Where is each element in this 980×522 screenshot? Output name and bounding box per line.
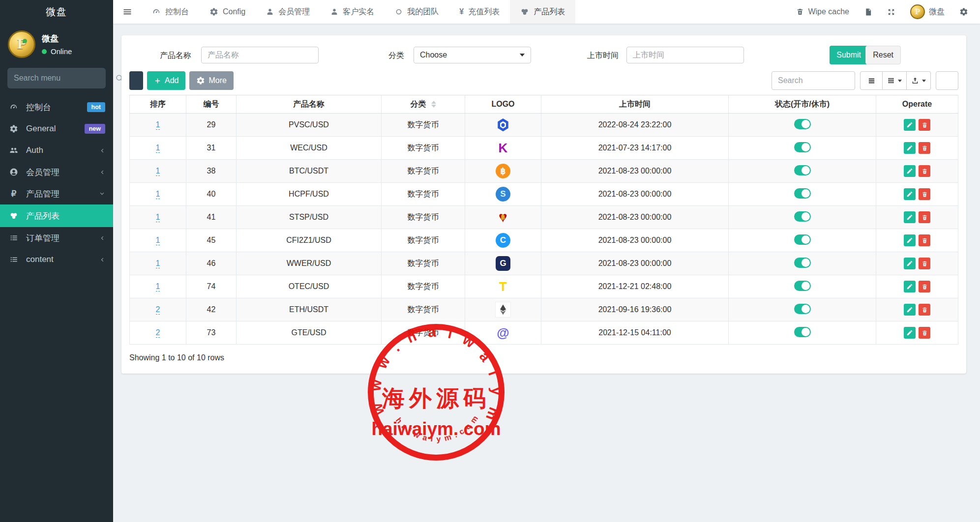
wec-k-logo: K [496, 141, 510, 155]
sort-value-link[interactable]: 1 [156, 213, 160, 222]
sort-value-link[interactable]: 2 [156, 328, 160, 338]
edit-button[interactable] [904, 142, 916, 154]
nav-tab-控制台[interactable]: 控制台 [142, 0, 199, 24]
delete-button[interactable] [919, 188, 930, 200]
delete-button[interactable] [919, 304, 930, 316]
export-dropdown-button[interactable] [907, 71, 931, 90]
listing-time-input[interactable] [626, 47, 744, 63]
edit-button[interactable] [904, 188, 916, 200]
sidebar-search [7, 68, 106, 88]
sort-value-link[interactable]: 1 [156, 190, 160, 199]
status-toggle-on[interactable] [794, 165, 811, 175]
sidebar-item-label: General [26, 124, 56, 134]
sidebar-item-订单管理[interactable]: 订单管理 [0, 227, 113, 249]
cell-logo: S [465, 183, 541, 206]
sort-value-link[interactable]: 1 [156, 120, 160, 130]
sort-value-link[interactable]: 1 [156, 144, 160, 153]
cell-status [729, 252, 876, 275]
hamburger-menu-icon[interactable] [113, 0, 142, 24]
delete-button[interactable] [919, 119, 930, 131]
sidebar-item-General[interactable]: Generalnew [0, 118, 113, 140]
reset-button[interactable]: Reset [865, 46, 901, 64]
product-name-input[interactable] [201, 47, 319, 63]
nav-tab-产品列表[interactable]: 产品列表 [510, 0, 575, 24]
cell-operate [876, 252, 958, 275]
sort-value-link[interactable]: 1 [156, 167, 160, 176]
language-icon[interactable] [864, 8, 872, 16]
edit-button[interactable] [904, 234, 916, 246]
nav-tab-Config[interactable]: Config [199, 0, 256, 24]
status-toggle-on[interactable] [794, 281, 811, 291]
products-table: 排序编号产品名称分类LOGO上市时间状态(开市/休市)Operate 129PV… [129, 95, 958, 345]
sidebar-item-会员管理[interactable]: 会员管理 [0, 161, 113, 183]
edit-button[interactable] [904, 304, 916, 316]
column-header-4[interactable]: 分类 [382, 95, 465, 114]
sort-value-link[interactable]: 1 [156, 259, 160, 268]
status-toggle-on[interactable] [794, 211, 811, 222]
table-row: 138BTC/USDT数字货币฿2021-08-23 00:00:00 [130, 160, 958, 183]
delete-button[interactable] [919, 165, 930, 177]
nav-tab-充值列表[interactable]: ¥充值列表 [449, 0, 510, 24]
nav-tab-我的团队[interactable]: 我的团队 [385, 0, 449, 24]
edit-button[interactable] [904, 119, 916, 131]
fullscreen-search-icon[interactable] [936, 71, 958, 90]
edit-button[interactable] [904, 165, 916, 177]
columns-dropdown-button[interactable] [883, 71, 907, 90]
status-toggle-on[interactable] [794, 142, 811, 152]
status-toggle-on[interactable] [794, 304, 811, 314]
delete-button[interactable] [919, 281, 930, 292]
cell-logo: @ [465, 321, 541, 345]
delete-button[interactable] [919, 211, 930, 223]
delete-button[interactable] [919, 142, 930, 154]
more-button[interactable]: More [189, 71, 233, 90]
content-area: 产品名称 分类 Choose 上市时间 Submit Reset [113, 24, 980, 522]
sidebar-item-产品列表[interactable]: 产品列表 [0, 204, 113, 227]
add-button[interactable]: Add [147, 71, 185, 90]
edit-button[interactable] [904, 327, 916, 339]
paging-toggle-icon[interactable] [860, 71, 883, 90]
cell-operate [876, 137, 958, 160]
delete-button[interactable] [919, 327, 930, 339]
cell-category: 数字货币 [382, 275, 465, 298]
gears-icon[interactable] [959, 7, 968, 16]
sort-value-link[interactable]: 2 [156, 305, 160, 315]
wipe-cache-button[interactable]: Wipe cache [796, 7, 849, 16]
sidebar-item-content[interactable]: content [0, 249, 113, 270]
table-search-input[interactable] [772, 71, 855, 90]
submit-button[interactable]: Submit [830, 46, 868, 64]
navbar-user-name: 微盘 [929, 7, 945, 17]
edit-button[interactable] [904, 281, 916, 292]
cell-product-name: ETH/USDT [237, 298, 382, 321]
sidebar-item-控制台[interactable]: 控制台hot [0, 96, 113, 118]
sidebar-item-Auth[interactable]: Auth [0, 140, 113, 161]
navbar-user[interactable]: P 微盘 [910, 4, 945, 19]
cell-listing-time: 2021-12-21 02:48:00 [541, 275, 729, 298]
column-header-7: 状态(开市/休市) [729, 95, 876, 114]
refresh-button[interactable] [129, 71, 143, 90]
cell-sort: 1 [130, 114, 186, 137]
sort-value-link[interactable]: 1 [156, 236, 160, 245]
edit-button[interactable] [904, 258, 916, 269]
delete-button[interactable] [919, 234, 930, 246]
delete-button[interactable] [919, 258, 930, 269]
status-toggle-on[interactable] [794, 234, 811, 245]
category-select[interactable]: Choose [414, 47, 531, 63]
status-toggle-on[interactable] [794, 258, 811, 268]
status-toggle-on[interactable] [794, 327, 811, 337]
sort-carets-icon[interactable] [431, 101, 436, 108]
sort-value-link[interactable]: 1 [156, 282, 160, 291]
pvsc-hexagon-logo [496, 117, 510, 132]
cell-id: 40 [186, 183, 237, 206]
column-header-2: 编号 [186, 95, 237, 114]
sidebar-search-input[interactable] [14, 74, 116, 83]
chevron-down-icon [99, 191, 105, 197]
edit-button[interactable] [904, 211, 916, 223]
nav-tab-客户实名[interactable]: 客户实名 [320, 0, 385, 24]
sidebar-item-label: content [26, 255, 54, 264]
status-toggle-on[interactable] [794, 188, 811, 199]
sidebar-item-产品管理[interactable]: ₽产品管理 [0, 183, 113, 204]
cell-id: 41 [186, 206, 237, 229]
status-toggle-on[interactable] [794, 119, 811, 129]
nav-tab-会员管理[interactable]: 会员管理 [256, 0, 320, 24]
fullscreen-icon[interactable] [887, 8, 895, 16]
